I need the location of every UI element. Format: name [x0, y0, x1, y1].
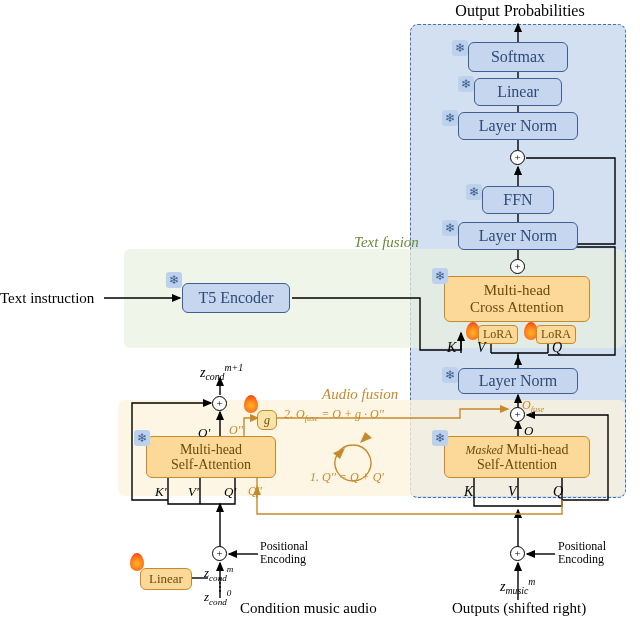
snow-icon: ❄ — [432, 268, 448, 284]
left-self-attention-block: Multi-head Self-Attention — [146, 436, 276, 478]
vp-label: V' — [188, 484, 199, 500]
cross-attention-block: Multi-head Cross Attention — [444, 276, 590, 322]
masked-self-attention-block: Masked Multi-head Self-AttentionMulti-he… — [444, 436, 590, 478]
flame-icon — [130, 553, 144, 571]
z-cond-mp1-label: zcondm+1 — [200, 362, 243, 382]
residual-add-icon: + — [510, 150, 525, 165]
eq2-label: 2. Ofuse = O + g · O'' — [284, 407, 384, 423]
layernorm-top-block: Layer Norm — [458, 112, 578, 140]
snow-icon: ❄ — [432, 430, 448, 446]
layernorm-mid-block: Layer Norm — [458, 222, 578, 250]
snow-icon: ❄ — [442, 367, 458, 383]
snow-icon: ❄ — [442, 220, 458, 236]
v-label: V — [508, 484, 517, 500]
output-probabilities-label: Output Probabilities — [420, 2, 620, 20]
snow-icon: ❄ — [442, 110, 458, 126]
pos-enc-left-label: Positional Encoding — [260, 540, 308, 566]
z-music-m-label: zmusicm — [500, 576, 535, 596]
flame-icon — [244, 395, 258, 413]
snow-icon: ❄ — [452, 40, 468, 56]
audio-fusion-title: Audio fusion — [322, 386, 398, 403]
linear-block: Linear — [474, 78, 562, 106]
v-label: V — [477, 340, 486, 356]
residual-add-icon: + — [510, 259, 525, 274]
text-instruction-label: Text instruction — [0, 290, 94, 307]
snow-icon: ❄ — [458, 76, 474, 92]
qpp-label: Q'' — [248, 484, 262, 499]
pos-enc-right-label: Positional Encoding — [558, 540, 606, 566]
qp-label: Q' — [224, 484, 236, 500]
layernorm-low-block: Layer Norm — [458, 368, 578, 394]
t5-encoder-block: T5 Encoder — [182, 283, 290, 313]
softmax-block: Softmax — [468, 42, 568, 72]
ffn-block: FFN — [482, 186, 554, 214]
linear-cond-block: Linear — [140, 568, 192, 590]
pos-enc-add-right-icon: + — [510, 546, 525, 561]
outputs-label: Outputs (shifted right) — [452, 600, 586, 617]
q-label: Q — [552, 340, 562, 356]
snow-icon: ❄ — [466, 184, 482, 200]
z-cond-m-label: zcondm — [204, 564, 233, 583]
eq1-label: 1. Q'' = Q + Q' — [310, 470, 384, 485]
o-label: O — [524, 423, 533, 439]
o-pp-label: O'' — [229, 423, 243, 438]
z-cond-add-icon: + — [212, 396, 227, 411]
kp-label: K' — [155, 484, 166, 500]
condition-audio-label: Condition music audio — [240, 600, 377, 617]
pos-enc-add-left-icon: + — [212, 546, 227, 561]
snow-icon: ❄ — [134, 430, 150, 446]
text-fusion-title: Text fusion — [354, 234, 419, 251]
o-prime-label: O' — [198, 425, 210, 441]
k-label: K — [464, 484, 473, 500]
z-cond-0-label: zcond0 — [204, 588, 231, 607]
q-label: Q — [553, 484, 563, 500]
snow-icon: ❄ — [166, 272, 182, 288]
k-label: K — [447, 340, 456, 356]
g-gate-block: g — [257, 410, 277, 430]
o-fuse-label: Ofuse — [522, 398, 544, 414]
